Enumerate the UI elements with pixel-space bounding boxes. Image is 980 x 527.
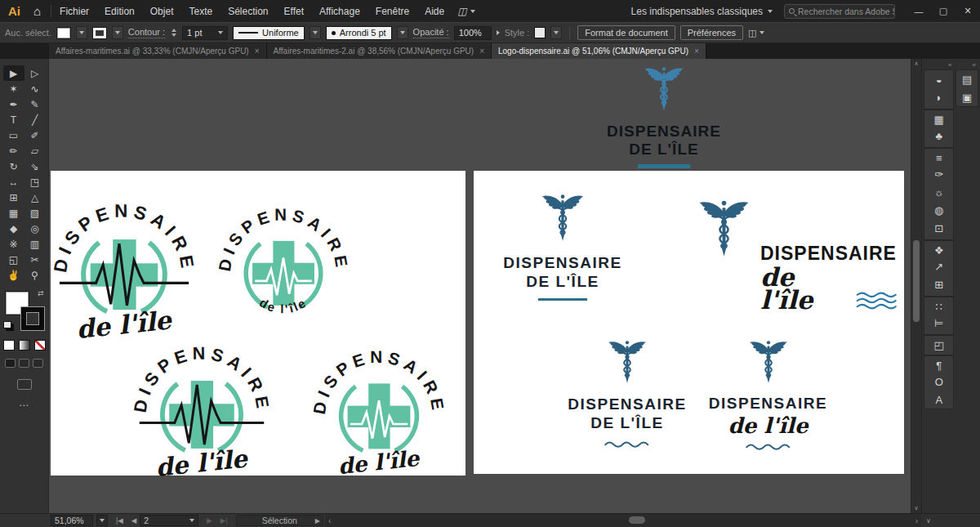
menu-item[interactable]: Edition bbox=[105, 6, 135, 17]
opacity-popup-icon[interactable] bbox=[497, 30, 500, 35]
transform-panel[interactable]: ∷ bbox=[924, 296, 953, 314]
maximize-button[interactable]: ▢ bbox=[931, 6, 956, 16]
paintbrush-tool[interactable]: ✐ bbox=[24, 127, 46, 143]
brush-definition-dropdown[interactable]: Arrondi 5 pt bbox=[326, 26, 392, 40]
graphic-styles-panel[interactable]: ◍ bbox=[924, 201, 953, 219]
minimize-button[interactable]: — bbox=[906, 7, 931, 16]
brush-definition-chevron[interactable] bbox=[397, 26, 408, 39]
close-button[interactable]: ✕ bbox=[956, 6, 980, 16]
stroke-weight-label[interactable]: Contour : bbox=[128, 27, 165, 38]
stroke-weight-stepper[interactable] bbox=[170, 29, 177, 37]
vertical-scroll-thumb[interactable] bbox=[913, 240, 920, 322]
artboard-tool[interactable]: ◱ bbox=[3, 252, 24, 267]
eraser-tool[interactable]: ▱ bbox=[24, 143, 46, 159]
mesh-tool[interactable]: ▦ bbox=[3, 205, 24, 221]
graphic-style-dropdown[interactable] bbox=[550, 26, 562, 39]
edit-toolbar-icon[interactable]: ⋯ bbox=[19, 400, 29, 411]
status-popup-icon[interactable]: ▶ bbox=[315, 517, 320, 525]
menu-item[interactable]: Affichage bbox=[319, 6, 360, 17]
stroke-color-dropdown[interactable] bbox=[112, 26, 123, 39]
logo-circle-ekg-script-3[interactable]: DISPENSAIRE de l'île bbox=[134, 342, 270, 484]
menu-item[interactable]: Sélection bbox=[228, 6, 268, 17]
panel-scroll-down-icon[interactable]: ∨ bbox=[926, 517, 931, 525]
menu-item[interactable]: Aide bbox=[425, 6, 444, 17]
adobe-stock-search[interactable]: Rechercher dans Adobe Stoc bbox=[784, 4, 895, 19]
gradient-tool[interactable]: ▧ bbox=[24, 205, 46, 221]
rectangle-tool[interactable]: ▭ bbox=[3, 127, 24, 143]
scale-tool[interactable]: ⇘ bbox=[24, 159, 46, 174]
export-panel[interactable]: ↗ bbox=[924, 257, 953, 275]
gradient-button[interactable] bbox=[19, 340, 30, 351]
appearance-panel[interactable]: ☼ bbox=[924, 183, 953, 201]
stroke-weight-field[interactable]: 1 pt bbox=[182, 26, 228, 40]
menu-item[interactable]: Effet bbox=[284, 6, 304, 17]
logo-circle-ekg-script-1[interactable]: DISPENSAIRE de l'île bbox=[54, 199, 194, 346]
close-icon[interactable]: × bbox=[694, 47, 699, 56]
type-tool[interactable]: T bbox=[3, 112, 24, 127]
align-panel[interactable]: ⊨ bbox=[924, 314, 953, 332]
logo-caduceus-stacked-wave[interactable]: DISPENSAIRE DE L'ÎLE bbox=[570, 339, 684, 449]
scroll-left-icon[interactable]: ‹ bbox=[328, 516, 331, 525]
first-artboard-button[interactable]: |◀ bbox=[116, 516, 123, 525]
workspace-dropdown[interactable]: Les indispensables classiques bbox=[631, 6, 773, 17]
artboard-2[interactable]: DISPENSAIRE DE L'ÎLE bbox=[474, 171, 904, 474]
stroke-proxy[interactable] bbox=[21, 307, 44, 330]
draw-behind-mode[interactable] bbox=[19, 359, 29, 368]
menu-item[interactable]: Objet bbox=[150, 6, 174, 17]
scroll-right-icon[interactable]: › bbox=[915, 516, 918, 525]
scroll-up-icon[interactable]: ∧ bbox=[914, 60, 918, 67]
menu-item[interactable]: Texte bbox=[189, 6, 212, 17]
paragraph-panel[interactable]: ¶ bbox=[924, 355, 953, 373]
horizontal-scroll-thumb[interactable] bbox=[629, 516, 645, 524]
status-mode-field[interactable]: Sélection ▶ bbox=[236, 515, 323, 526]
preferences-button[interactable]: Préférences bbox=[680, 25, 743, 40]
fill-color-swatch[interactable] bbox=[56, 27, 71, 39]
pathfinder-panel[interactable]: ◰ bbox=[924, 334, 953, 352]
perspective-grid-tool[interactable]: △ bbox=[24, 190, 46, 205]
lasso-tool[interactable]: ∿ bbox=[24, 81, 46, 96]
artboard-number-field[interactable]: 2 bbox=[140, 515, 198, 526]
collapse-panel-icon[interactable]: « bbox=[956, 60, 978, 69]
character-panel[interactable]: A bbox=[924, 391, 953, 409]
default-fill-stroke-icon[interactable] bbox=[3, 321, 11, 328]
shape-builder-tool[interactable]: ⊞ bbox=[3, 190, 24, 205]
transparency-panel[interactable]: ⊡ bbox=[924, 219, 953, 237]
zoom-level-dropdown[interactable] bbox=[96, 515, 108, 526]
pen-tool[interactable]: ✒ bbox=[3, 96, 24, 112]
logo-circle-whiteekg-script-4[interactable]: DISPENSAIRE de l'île bbox=[314, 346, 444, 483]
document-tab[interactable]: Affaires-maritimes.ai @ 33,33% (CMJN/Ape… bbox=[49, 43, 267, 59]
free-transform-tool[interactable]: ◳ bbox=[24, 174, 46, 190]
symbol-sprayer-tool[interactable]: ※ bbox=[3, 236, 24, 252]
close-icon[interactable]: × bbox=[479, 47, 484, 56]
last-artboard-button[interactable]: ▶| bbox=[220, 516, 228, 525]
artboards-panel[interactable]: ⊞ bbox=[924, 275, 953, 293]
document-setup-button[interactable]: Format de document bbox=[577, 25, 675, 40]
opacity-field[interactable]: 100% bbox=[454, 26, 492, 40]
next-artboard-button[interactable]: ▶ bbox=[207, 516, 212, 525]
home-icon[interactable]: ⌂ bbox=[29, 4, 51, 18]
logo-caduceus-stacked-underline[interactable]: DISPENSAIRE DE L'ÎLE bbox=[496, 193, 630, 301]
zoom-tool[interactable]: ⚲ bbox=[24, 267, 46, 283]
gradient-panel[interactable]: ◗ bbox=[924, 88, 953, 106]
magic-wand-tool[interactable]: ✶ bbox=[3, 81, 24, 96]
opacity-label[interactable]: Opacité : bbox=[413, 27, 449, 38]
menu-item[interactable]: Fenêtre bbox=[376, 6, 409, 17]
fill-color-dropdown[interactable] bbox=[76, 26, 87, 39]
shaper-tool[interactable]: ✏ bbox=[3, 143, 24, 159]
canvas-pasteboard[interactable]: DISPENSAIRE DE L'ÎLE DISPENSAIRE de l'îl… bbox=[49, 59, 921, 513]
symbols-panel[interactable]: ♣ bbox=[924, 127, 953, 145]
slice-tool[interactable]: ✂ bbox=[24, 252, 46, 267]
libraries-panel[interactable]: ▤ bbox=[956, 70, 978, 88]
column-graph-tool[interactable]: ▥ bbox=[24, 236, 46, 252]
hand-tool[interactable]: ✌ bbox=[3, 267, 24, 283]
none-button[interactable] bbox=[34, 340, 46, 351]
draw-inside-mode[interactable] bbox=[33, 359, 43, 368]
logo-caduceus-stacked-script-wave[interactable]: DISPENSAIRE de l'île bbox=[709, 339, 827, 451]
graphic-style-swatch[interactable] bbox=[534, 27, 546, 38]
swatches-panel[interactable]: ▦ bbox=[924, 109, 953, 127]
horizontal-scrollbar[interactable]: ‹ › bbox=[325, 514, 921, 527]
color-panel[interactable]: ◒ bbox=[924, 70, 953, 88]
line-segment-tool[interactable]: ╱ bbox=[24, 112, 46, 127]
close-icon[interactable]: × bbox=[255, 47, 260, 56]
menu-item[interactable]: Fichier bbox=[60, 6, 89, 17]
